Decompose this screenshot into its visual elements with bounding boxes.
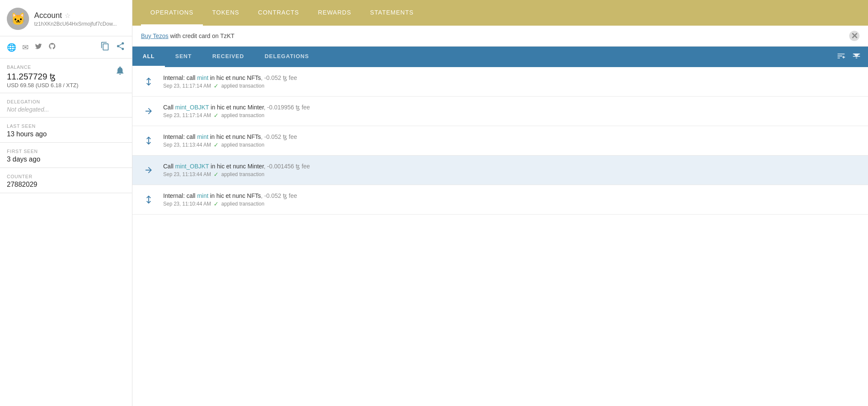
tx-timestamp: Sep 23, 11:13:44 AM — [163, 171, 211, 177]
tx-content: Internal: call mint in hic et nunc NFTs,… — [163, 74, 859, 89]
tx-status-icon: ✓ — [214, 112, 219, 119]
tx-content: Call mint_OBJKT in hic et nunc Minter, -… — [163, 163, 859, 178]
table-row[interactable]: Internal: call mint in hic et nunc NFTs,… — [132, 126, 868, 156]
delegation-label: DELEGATION — [7, 99, 125, 104]
nav-tokens[interactable]: TOKENS — [203, 0, 249, 26]
tx-timestamp: Sep 23, 11:17:14 AM — [163, 112, 211, 118]
counter-section: COUNTER 27882029 — [0, 168, 132, 193]
banner-message: with credit card on TzKT — [170, 32, 235, 39]
tx-content: Internal: call mint in hic et nunc NFTs,… — [163, 192, 859, 207]
tx-method-link[interactable]: mint — [197, 74, 208, 81]
account-label: Account — [34, 11, 62, 20]
svg-text:🐱: 🐱 — [11, 12, 26, 26]
tx-status: applied transaction — [221, 171, 264, 177]
tx-timestamp: Sep 23, 11:10:44 AM — [163, 201, 211, 207]
table-row[interactable]: Internal: call mint in hic et nunc NFTs,… — [132, 67, 868, 97]
tab-received[interactable]: RECEIVED — [202, 47, 254, 67]
twitter-icon[interactable] — [35, 42, 42, 52]
call-tx-icon — [141, 103, 156, 119]
last-seen-section: LAST SEEN 13 hours ago — [0, 118, 132, 143]
tab-all[interactable]: ALL — [132, 47, 165, 67]
table-row[interactable]: Call mint_OBJKT in hic et nunc Minter, -… — [132, 97, 868, 126]
balance-value: 11.257729 ꜩ — [7, 71, 79, 82]
nav-rewards[interactable]: REWARDS — [308, 0, 361, 26]
tx-timestamp: Sep 23, 11:13:44 AM — [163, 142, 211, 148]
transactions-list: Internal: call mint in hic et nunc NFTs,… — [132, 67, 868, 406]
internal-tx-icon — [141, 192, 156, 207]
balance-section: BALANCE 11.257729 ꜩ USD 69.58 (USD 6.18 … — [0, 59, 132, 93]
banner-close-button[interactable]: ✕ — [849, 31, 859, 41]
counter-label: COUNTER — [7, 174, 125, 179]
balance-label: BALANCE — [7, 65, 79, 70]
tx-method-link[interactable]: mint — [197, 192, 208, 199]
nav-operations[interactable]: OPERATIONS — [141, 0, 203, 26]
delegation-section: DELEGATION Not delegated... — [0, 93, 132, 118]
tx-timestamp: Sep 23, 11:17:14 AM — [163, 83, 211, 89]
account-header: 🐱 Account ☆ tz1hXKn2BcU64HxSrmojfuf7cDow… — [0, 0, 132, 36]
github-icon[interactable] — [48, 42, 56, 52]
first-seen-value: 3 days ago — [7, 156, 125, 163]
tx-content: Internal: call mint in hic et nunc NFTs,… — [163, 133, 859, 148]
balance-usd: USD 69.58 (USD 6.18 / XTZ) — [7, 82, 79, 88]
tab-sent[interactable]: SENT — [165, 47, 202, 67]
counter-value: 27882029 — [7, 181, 125, 188]
tx-status-icon: ✓ — [214, 171, 219, 178]
tx-title: Internal: call mint in hic et nunc NFTs,… — [163, 192, 859, 199]
tx-meta: Sep 23, 11:10:44 AM ✓ applied transactio… — [163, 200, 859, 207]
internal-tx-icon — [141, 133, 156, 148]
tx-status: applied transaction — [221, 83, 264, 89]
table-row[interactable]: Call mint_OBJKT in hic et nunc Minter, -… — [132, 156, 868, 185]
tx-method-link[interactable]: mint — [197, 133, 208, 140]
globe-icon[interactable]: 🌐 — [7, 43, 16, 52]
tx-title: Call mint_OBJKT in hic et nunc Minter, -… — [163, 104, 859, 111]
tx-title: Internal: call mint in hic et nunc NFTs,… — [163, 74, 859, 81]
banner-text: Buy Tezos with credit card on TzKT — [141, 32, 235, 39]
sidebar: 🐱 Account ☆ tz1hXKn2BcU64HxSrmojfuf7cDow… — [0, 0, 132, 406]
main-content: OPERATIONS TOKENS CONTRACTS REWARDS STAT… — [132, 0, 868, 406]
delegation-value: Not delegated... — [7, 106, 125, 113]
tx-title: Call mint_OBJKT in hic et nunc Minter, -… — [163, 163, 859, 170]
filter-icon[interactable] — [852, 51, 861, 63]
nav-statements[interactable]: STATEMENTS — [361, 0, 423, 26]
tx-content: Call mint_OBJKT in hic et nunc Minter, -… — [163, 104, 859, 119]
tx-status: applied transaction — [221, 112, 264, 118]
tx-meta: Sep 23, 11:17:14 AM ✓ applied transactio… — [163, 112, 859, 119]
tx-method-link[interactable]: mint_OBJKT — [175, 104, 209, 111]
tx-status-icon: ✓ — [214, 141, 219, 148]
email-icon[interactable]: ✉ — [22, 43, 29, 52]
table-row[interactable]: Internal: call mint in hic et nunc NFTs,… — [132, 185, 868, 215]
account-address: tz1hXKn2BcU64HxSrmojfuf7cDow... — [34, 21, 125, 27]
sidebar-social: 🌐 ✉ — [0, 36, 132, 59]
bell-icon[interactable] — [115, 65, 125, 78]
tx-meta: Sep 23, 11:13:44 AM ✓ applied transactio… — [163, 171, 859, 178]
tx-status-icon: ✓ — [214, 200, 219, 207]
tx-meta: Sep 23, 11:17:14 AM ✓ applied transactio… — [163, 82, 859, 89]
star-icon[interactable]: ☆ — [65, 12, 70, 20]
banner-link[interactable]: Buy Tezos — [141, 32, 168, 39]
top-nav: OPERATIONS TOKENS CONTRACTS REWARDS STAT… — [132, 0, 868, 26]
account-name: Account ☆ — [34, 11, 125, 20]
sort-icon[interactable] — [836, 51, 846, 63]
internal-tx-icon — [141, 74, 156, 89]
last-seen-value: 13 hours ago — [7, 130, 125, 138]
call-tx-icon — [141, 162, 156, 178]
tx-status: applied transaction — [221, 201, 264, 207]
copy-icon[interactable] — [100, 41, 110, 53]
first-seen-label: FIRST SEEN — [7, 149, 125, 154]
avatar: 🐱 — [7, 8, 29, 30]
tx-status-icon: ✓ — [214, 82, 219, 89]
tx-title: Internal: call mint in hic et nunc NFTs,… — [163, 133, 859, 140]
tabs-bar: ALL SENT RECEIVED DELEGATIONS — [132, 47, 868, 67]
last-seen-label: LAST SEEN — [7, 124, 125, 129]
first-seen-section: FIRST SEEN 3 days ago — [0, 143, 132, 168]
tx-method-link[interactable]: mint_OBJKT — [175, 163, 209, 170]
nav-contracts[interactable]: CONTRACTS — [249, 0, 308, 26]
promo-banner: Buy Tezos with credit card on TzKT ✕ — [132, 26, 868, 47]
tx-meta: Sep 23, 11:13:44 AM ✓ applied transactio… — [163, 141, 859, 148]
tx-status: applied transaction — [221, 142, 264, 148]
tab-delegations[interactable]: DELEGATIONS — [254, 47, 319, 67]
tab-actions — [836, 51, 868, 63]
account-info: Account ☆ tz1hXKn2BcU64HxSrmojfuf7cDow..… — [34, 11, 125, 27]
share-icon[interactable] — [116, 41, 125, 53]
